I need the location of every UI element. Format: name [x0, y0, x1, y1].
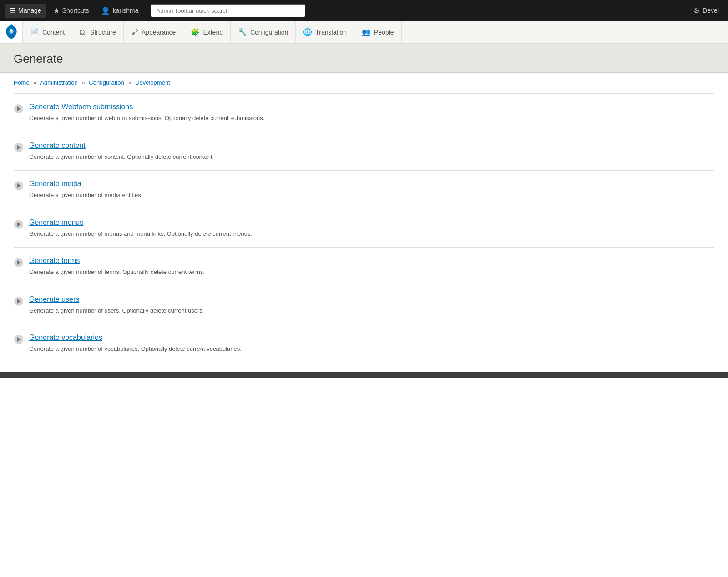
- devel-label: Devel: [703, 7, 719, 14]
- breadcrumb-sep-1: »: [33, 79, 36, 86]
- manage-label: Manage: [18, 7, 41, 14]
- structure-label: Structure: [90, 29, 116, 36]
- generate-item-title: Generate content: [29, 142, 214, 150]
- generate-list: Generate Webform submissions Generate a …: [14, 93, 714, 363]
- generate-item-description: Generate a given number of webform submi…: [29, 114, 264, 123]
- nav-configuration[interactable]: 🔧 Configuration: [231, 21, 296, 43]
- nav-translation[interactable]: 🌐 Translation: [296, 21, 354, 43]
- extend-label: Extend: [203, 29, 223, 36]
- devel-button[interactable]: ⚙ Devel: [689, 4, 723, 18]
- configuration-label: Configuration: [250, 29, 288, 36]
- generate-item-description: Generate a given number of media entitie…: [29, 191, 142, 200]
- generate-item-link[interactable]: Generate content: [29, 142, 86, 149]
- generate-item-description: Generate a given number of content. Opti…: [29, 152, 214, 162]
- admin-toolbar: ☰ Manage ★ Shortcuts 👤 karishma ⚙ Devel: [0, 0, 728, 21]
- generate-item-title: Generate vocabularies: [29, 334, 242, 342]
- nav-appearance[interactable]: 🖌 Appearance: [124, 21, 184, 43]
- user-button[interactable]: 👤 karishma: [96, 4, 143, 18]
- content-label: Content: [42, 29, 65, 36]
- generate-item-description: Generate a given number of menus and men…: [29, 229, 252, 238]
- extend-icon: 🧩: [191, 28, 200, 36]
- arrow-icon: [14, 142, 24, 152]
- generate-item: Generate content Generate a given number…: [14, 132, 714, 171]
- generate-item: Generate Webform submissions Generate a …: [14, 93, 714, 132]
- page-header: Generate: [0, 44, 728, 73]
- generate-item-content: Generate users Generate a given number o…: [29, 295, 204, 315]
- toolbar-search-container: [151, 4, 305, 17]
- generate-item-title: Generate users: [29, 295, 204, 304]
- generate-item: Generate terms Generate a given number o…: [14, 248, 714, 286]
- main-content: Generate Webform submissions Generate a …: [0, 93, 728, 363]
- generate-item-content: Generate media Generate a given number o…: [29, 180, 142, 200]
- translation-icon: 🌐: [303, 28, 312, 36]
- generate-item-content: Generate terms Generate a given number o…: [29, 257, 205, 277]
- generate-item-content: Generate Webform submissions Generate a …: [29, 103, 264, 123]
- hamburger-icon: ☰: [9, 6, 15, 15]
- star-icon: ★: [53, 6, 60, 15]
- bottom-bar: [0, 372, 728, 378]
- arrow-icon: [14, 334, 24, 344]
- generate-item-content: Generate menus Generate a given number o…: [29, 218, 252, 238]
- structure-icon: ⛋: [80, 28, 87, 36]
- generate-item: Generate users Generate a given number o…: [14, 286, 714, 325]
- toolbar-search-input[interactable]: [151, 4, 305, 17]
- appearance-icon: 🖌: [131, 28, 138, 36]
- generate-item-title: Generate menus: [29, 218, 252, 227]
- generate-item-title: Generate Webform submissions: [29, 103, 264, 111]
- generate-item-content: Generate content Generate a given number…: [29, 142, 214, 162]
- generate-item-link[interactable]: Generate Webform submissions: [29, 103, 133, 111]
- generate-item-description: Generate a given number of users. Option…: [29, 306, 204, 315]
- generate-item-link[interactable]: Generate users: [29, 295, 79, 303]
- svg-point-1: [10, 29, 12, 31]
- user-label: karishma: [113, 7, 139, 14]
- generate-item-link[interactable]: Generate menus: [29, 218, 83, 226]
- breadcrumb-sep-3: »: [128, 79, 131, 86]
- user-icon: 👤: [101, 6, 110, 15]
- drupal-logo[interactable]: [0, 21, 23, 43]
- generate-item: Generate vocabularies Generate a given n…: [14, 324, 714, 363]
- breadcrumb-development[interactable]: Development: [135, 79, 170, 86]
- breadcrumb-configuration[interactable]: Configuration: [89, 79, 124, 86]
- nav-people[interactable]: 👥 People: [354, 21, 402, 43]
- nav-bar: 📄 Content ⛋ Structure 🖌 Appearance 🧩 Ext…: [0, 21, 728, 44]
- nav-structure[interactable]: ⛋ Structure: [72, 21, 124, 43]
- nav-content[interactable]: 📄 Content: [23, 21, 72, 43]
- generate-item-link[interactable]: Generate vocabularies: [29, 334, 102, 341]
- translation-label: Translation: [315, 29, 347, 36]
- arrow-icon: [14, 296, 24, 306]
- people-icon: 👥: [362, 28, 371, 36]
- generate-item-description: Generate a given number of vocabularies.…: [29, 344, 242, 354]
- manage-button[interactable]: ☰ Manage: [5, 4, 46, 18]
- generate-item-content: Generate vocabularies Generate a given n…: [29, 334, 242, 354]
- breadcrumb-administration[interactable]: Administration: [40, 79, 77, 86]
- nav-extend[interactable]: 🧩 Extend: [183, 21, 231, 43]
- content-icon: 📄: [30, 28, 39, 36]
- shortcuts-label: Shortcuts: [62, 7, 89, 14]
- generate-item: Generate menus Generate a given number o…: [14, 209, 714, 248]
- generate-item-link[interactable]: Generate media: [29, 180, 81, 187]
- breadcrumb-home[interactable]: Home: [14, 79, 30, 86]
- arrow-icon: [14, 219, 24, 229]
- generate-item: Generate media Generate a given number o…: [14, 171, 714, 209]
- breadcrumb-sep-2: »: [81, 79, 85, 86]
- people-label: People: [374, 29, 394, 36]
- breadcrumb: Home » Administration » Configuration » …: [0, 73, 728, 86]
- arrow-icon: [14, 258, 24, 268]
- shortcuts-button[interactable]: ★ Shortcuts: [49, 4, 94, 18]
- generate-item-link[interactable]: Generate terms: [29, 257, 80, 264]
- generate-item-title: Generate media: [29, 180, 142, 188]
- configuration-icon: 🔧: [238, 28, 247, 36]
- arrow-icon: [14, 104, 24, 114]
- arrow-icon: [14, 181, 24, 191]
- generate-item-description: Generate a given number of terms. Option…: [29, 268, 205, 277]
- gear-icon: ⚙: [693, 6, 700, 15]
- generate-item-title: Generate terms: [29, 257, 205, 265]
- page-title: Generate: [14, 52, 714, 66]
- nav-items: 📄 Content ⛋ Structure 🖌 Appearance 🧩 Ext…: [23, 21, 402, 43]
- appearance-label: Appearance: [142, 29, 176, 36]
